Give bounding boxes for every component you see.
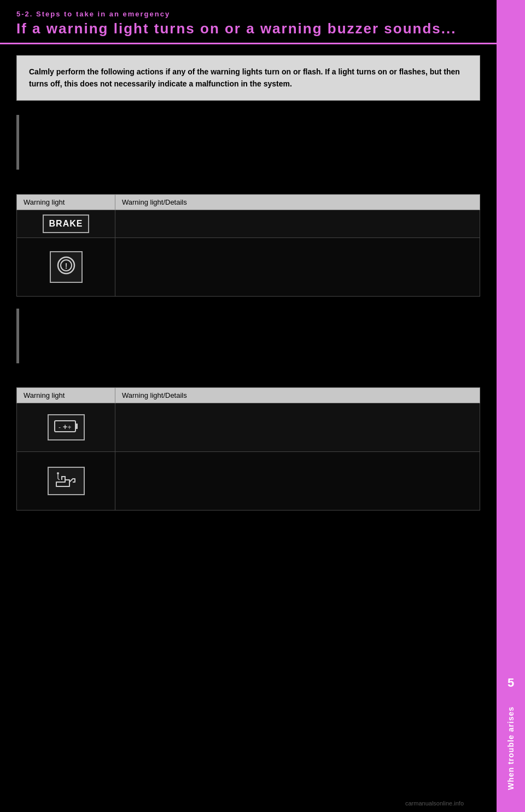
sidebar-number: 5	[508, 676, 514, 690]
table-row: BRAKE	[17, 210, 480, 237]
table1-header-details: Warning light/Details	[115, 194, 480, 210]
watermark: carmanualsonline.info	[405, 800, 464, 807]
oil-pressure-icon	[54, 471, 78, 489]
section1-body	[26, 117, 480, 185]
brake-icon-box: BRAKE	[43, 214, 90, 233]
circle-icon-box: !	[50, 251, 83, 283]
page-title: If a warning light turns on or a warning…	[16, 20, 480, 37]
section2-text-block	[26, 308, 480, 379]
main-content: 5-2. Steps to take in an emergency If a …	[0, 0, 497, 812]
brake-details-cell	[115, 210, 480, 237]
svg-text:-: -	[59, 424, 61, 431]
page-container: 5 When trouble arises 5-2. Steps to take…	[0, 0, 525, 812]
battery-icon-box: + - +	[48, 414, 85, 440]
circle-details-cell	[115, 237, 480, 296]
table-row	[17, 452, 480, 511]
notice-text: Calmly perform the following actions if …	[29, 66, 468, 90]
battery-icon: + - +	[54, 419, 78, 434]
section1-text-block	[26, 114, 480, 185]
battery-icon-cell: + - +	[17, 403, 115, 452]
circle-warning-icon: !	[56, 264, 76, 278]
brake-icon: BRAKE	[49, 219, 83, 228]
table1-header-light: Warning light	[17, 194, 115, 210]
svg-text:!: !	[65, 262, 67, 270]
table-row: !	[17, 237, 480, 296]
svg-line-11	[58, 479, 60, 480]
table-row: + - +	[17, 403, 480, 452]
section2-body	[26, 311, 480, 379]
table2-header-light: Warning light	[17, 388, 115, 403]
svg-rect-4	[75, 424, 78, 429]
table2-header-details: Warning light/Details	[115, 388, 480, 403]
brake-icon-cell: BRAKE	[17, 210, 115, 237]
svg-text:+: +	[67, 424, 71, 431]
battery-details-cell	[115, 403, 480, 452]
notice-box: Calmly perform the following actions if …	[16, 55, 480, 101]
sidebar-text: When trouble arises	[506, 706, 515, 790]
content-area: Calmly perform the following actions if …	[0, 44, 497, 532]
svg-text:+: +	[62, 422, 67, 431]
section1-intro	[16, 114, 480, 185]
svg-point-9	[57, 472, 59, 474]
oil-details-cell	[115, 452, 480, 511]
section2-intro	[16, 308, 480, 379]
oil-icon-box	[48, 467, 85, 495]
warning-table-1: Warning light Warning light/Details BRAK…	[16, 194, 480, 297]
circle-icon-cell: !	[17, 237, 115, 296]
warning-table-2: Warning light Warning light/Details	[16, 387, 480, 511]
oil-icon-cell	[17, 452, 115, 511]
section1-bar	[16, 115, 19, 170]
right-sidebar: 5 When trouble arises	[497, 0, 525, 812]
section-label: 5-2. Steps to take in an emergency	[16, 10, 480, 18]
section2-bar	[16, 309, 19, 363]
header-area: 5-2. Steps to take in an emergency If a …	[0, 0, 497, 44]
